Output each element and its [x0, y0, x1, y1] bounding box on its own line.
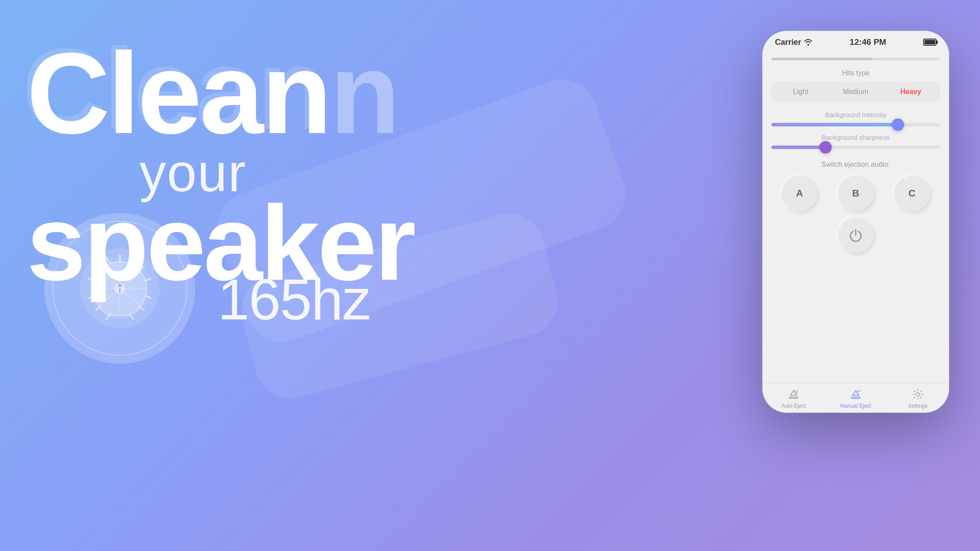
hits-btn-light[interactable]: Light	[773, 83, 828, 100]
sharpness-slider-section: Background sharpness	[771, 134, 940, 149]
sharpness-fill	[771, 146, 826, 149]
audio-btn-c[interactable]: C	[894, 176, 930, 211]
phone-mockup: Carrier 12:46 PM Hits type Light Medium …	[763, 31, 949, 413]
power-button[interactable]	[838, 217, 873, 253]
power-icon	[849, 228, 863, 242]
tab-manual-eject[interactable]: Manual Eject	[825, 388, 887, 409]
hits-type-label: Hits type	[771, 69, 940, 77]
scroll-indicator	[771, 58, 940, 60]
speaker-icon-area	[44, 213, 195, 364]
battery-icon	[923, 39, 937, 46]
auto-eject-icon	[787, 388, 800, 401]
battery-fill	[925, 40, 935, 44]
intensity-slider-section: Background intensity	[771, 111, 940, 126]
battery-container	[923, 39, 937, 46]
intensity-fill	[771, 123, 898, 126]
status-time: 12:46 PM	[850, 37, 886, 47]
intensity-thumb[interactable]	[892, 118, 904, 131]
manual-eject-icon	[849, 388, 862, 401]
svg-line-24	[858, 390, 860, 392]
settings-icon	[911, 388, 925, 401]
auto-eject-label: Auto Eject	[782, 403, 806, 409]
audio-btn-a[interactable]: A	[782, 176, 817, 211]
hits-btn-medium[interactable]: Medium	[828, 83, 883, 100]
ejection-label: Switch ejection audio:	[771, 161, 940, 169]
audio-buttons-row: A B C	[771, 176, 940, 211]
settings-label: Settings	[908, 403, 927, 409]
power-btn-row	[771, 217, 940, 253]
svg-rect-21	[789, 397, 798, 398]
headline-clean-bold: Clean	[27, 29, 330, 157]
speaker-svg-icon	[75, 244, 164, 333]
status-bar: Carrier 12:46 PM	[763, 31, 949, 53]
sharpness-label: Background sharpness	[771, 134, 940, 141]
intensity-label: Background intensity	[771, 111, 940, 118]
tab-bar: Auto Eject Manual Eject Settings	[763, 383, 949, 413]
svg-rect-23	[851, 397, 860, 398]
manual-eject-label: Manual Eject	[840, 403, 871, 409]
frequency-label: 165hz	[217, 266, 370, 333]
hits-btn-heavy[interactable]: Heavy	[883, 83, 938, 100]
audio-btn-b[interactable]: B	[838, 176, 873, 211]
svg-rect-20	[119, 287, 121, 294]
sharpness-track[interactable]	[771, 146, 940, 149]
svg-point-25	[916, 393, 920, 396]
intensity-track[interactable]	[771, 123, 940, 126]
speaker-circle	[44, 213, 195, 364]
wifi-icon	[804, 39, 813, 46]
tab-auto-eject[interactable]: Auto Eject	[763, 388, 825, 409]
headline-clean-light: n	[330, 29, 398, 157]
status-carrier: Carrier	[775, 38, 813, 47]
tab-settings[interactable]: Settings	[887, 388, 949, 409]
hits-type-buttons: Light Medium Heavy	[771, 82, 940, 102]
sharpness-thumb[interactable]	[819, 141, 832, 153]
scroll-thumb	[771, 58, 873, 60]
headline-main: Cleann	[27, 35, 360, 151]
phone-screen: Hits type Light Medium Heavy Background …	[763, 53, 949, 383]
